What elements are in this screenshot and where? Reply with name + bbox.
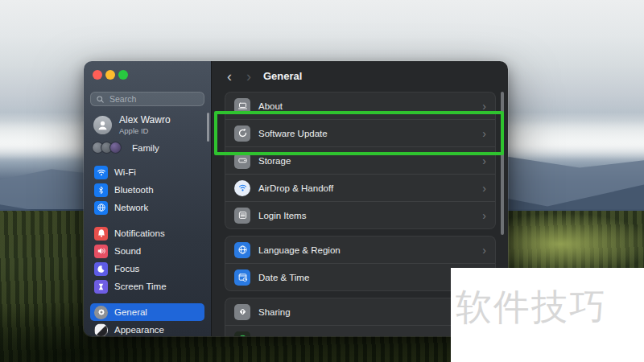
about-icon [234, 98, 250, 114]
hourglass-icon [94, 280, 108, 294]
chevron-right-icon: › [482, 183, 486, 194]
family-avatar [109, 142, 122, 154]
close-button[interactable] [93, 70, 102, 80]
network-globe-icon [94, 201, 108, 215]
sidebar: Alex Wawro Apple ID Family Wi-Fi [84, 61, 211, 336]
sidebar-nav: Wi-Fi Bluetooth Ne [84, 163, 211, 336]
apple-id-profile[interactable]: Alex Wawro Apple ID [93, 115, 171, 135]
sidebar-item-label: General [114, 307, 147, 317]
family-label: Family [132, 143, 159, 153]
chevron-right-icon: › [482, 155, 486, 167]
sidebar-item-label: Sound [114, 246, 141, 256]
sidebar-item-network[interactable]: Network [90, 199, 204, 216]
wifi-icon [94, 166, 108, 179]
search-input[interactable] [108, 93, 199, 105]
storage-icon [234, 153, 250, 169]
sidebar-scrollbar-thumb[interactable] [207, 113, 209, 142]
row-label: Storage [258, 156, 291, 166]
page-title: General [263, 70, 302, 82]
avatar [93, 116, 112, 134]
chevron-right-icon: › [482, 245, 486, 256]
minimize-button[interactable] [105, 70, 115, 80]
row-label: Language & Region [258, 245, 341, 255]
pane-header: ‹ › General [212, 61, 508, 92]
settings-group: About › Software Update › [225, 92, 496, 229]
sidebar-item-sound[interactable]: Sound [90, 242, 204, 260]
chevron-right-icon: › [482, 101, 486, 112]
system-settings-window: Alex Wawro Apple ID Family Wi-Fi [84, 61, 508, 336]
row-label: AirDrop & Handoff [258, 183, 333, 193]
chevron-right-icon: › [482, 128, 486, 139]
sidebar-item-label: Screen Time [114, 282, 167, 291]
sidebar-item-bluetooth[interactable]: Bluetooth [90, 181, 204, 199]
back-chevron-icon[interactable]: ‹ [221, 65, 237, 88]
main-scrollbar-thumb[interactable] [501, 92, 504, 235]
speaker-icon [94, 245, 108, 258]
sidebar-item-general[interactable]: General [90, 303, 204, 321]
zoom-button[interactable] [118, 70, 128, 80]
row-storage[interactable]: Storage › [225, 146, 495, 174]
row-label: About [258, 101, 283, 111]
sidebar-item-appearance[interactable]: Appearance [90, 321, 204, 336]
row-software-update[interactable]: Software Update › [225, 119, 495, 146]
row-label: Time Machine [258, 335, 316, 337]
watermark: 软件技巧 [451, 268, 644, 362]
sidebar-item-label: Notifications [114, 228, 165, 238]
row-login-items[interactable]: Login Items › [225, 201, 495, 228]
sidebar-item-wifi[interactable]: Wi-Fi [90, 163, 204, 181]
profile-subtitle: Apple ID [119, 126, 171, 135]
row-language-region[interactable]: Language & Region › [225, 237, 495, 263]
family-row[interactable]: Family [92, 142, 159, 154]
traffic-lights [93, 70, 128, 80]
gear-icon [94, 306, 108, 319]
sidebar-item-label: Network [114, 203, 148, 212]
search-field[interactable] [90, 92, 204, 106]
appearance-icon [94, 323, 108, 337]
bell-icon [94, 227, 108, 241]
sharing-icon [234, 304, 250, 320]
row-about[interactable]: About › [225, 93, 495, 119]
login-items-icon [234, 208, 250, 224]
calendar-clock-icon [234, 269, 250, 286]
sidebar-item-label: Focus [114, 264, 139, 274]
watermark-text: 软件技巧 [456, 286, 607, 327]
row-airdrop-handoff[interactable]: AirDrop & Handoff › [225, 174, 495, 201]
time-machine-icon [234, 331, 250, 337]
sidebar-item-focus[interactable]: Focus [90, 260, 204, 278]
sidebar-item-label: Appearance [114, 325, 164, 335]
forward-chevron-icon[interactable]: › [241, 65, 257, 88]
profile-name: Alex Wawro [119, 115, 171, 126]
sidebar-item-screen-time[interactable]: Screen Time [90, 278, 204, 295]
moon-icon [94, 262, 108, 276]
row-label: Software Update [258, 129, 328, 138]
row-label: Date & Time [258, 273, 309, 282]
sidebar-item-label: Bluetooth [114, 185, 154, 195]
sidebar-item-label: Wi-Fi [114, 167, 136, 177]
row-label: Sharing [258, 307, 291, 317]
sidebar-item-notifications[interactable]: Notifications [90, 224, 204, 242]
language-globe-icon [234, 242, 250, 258]
search-icon [96, 95, 105, 104]
chevron-right-icon: › [482, 210, 486, 221]
software-update-icon [234, 125, 250, 142]
bluetooth-icon [94, 183, 108, 197]
row-label: Login Items [258, 211, 306, 220]
airdrop-icon [234, 180, 250, 196]
